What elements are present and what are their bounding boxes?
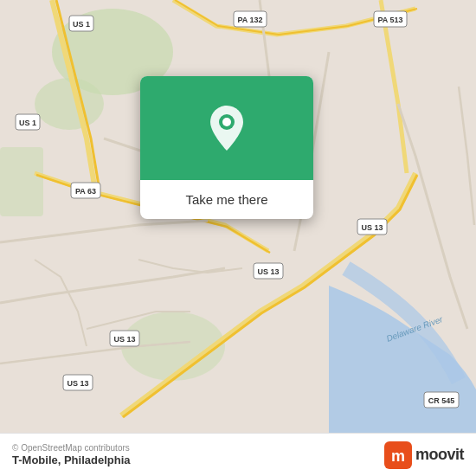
location-pin-icon: [206, 104, 248, 152]
svg-point-2: [35, 78, 104, 130]
svg-text:CR 545: CR 545: [428, 396, 455, 405]
svg-text:PA 513: PA 513: [377, 16, 402, 24]
svg-text:US 13: US 13: [113, 335, 135, 344]
footer-left: © OpenStreetMap contributors T-Mobile, P…: [12, 443, 131, 466]
location-name: T-Mobile, Philadelphia: [12, 453, 131, 466]
map-container: US 1 PA 132 PA 513 US 1 PA 63 US 13 US 1…: [0, 0, 476, 433]
popup-bottom: Take me there: [140, 180, 313, 219]
svg-text:US 1: US 1: [73, 20, 90, 29]
svg-text:US 13: US 13: [257, 267, 279, 276]
osm-credit: © OpenStreetMap contributors: [12, 443, 131, 453]
footer: © OpenStreetMap contributors T-Mobile, P…: [0, 433, 476, 476]
popup-top: [140, 76, 313, 180]
svg-text:US 1: US 1: [19, 119, 36, 127]
take-me-there-button[interactable]: Take me there: [182, 190, 271, 209]
moovit-logo[interactable]: m moovit: [384, 441, 464, 469]
popup-card: Take me there: [140, 76, 313, 219]
moovit-brand-text: moovit: [415, 446, 464, 464]
svg-text:PA 132: PA 132: [237, 16, 262, 24]
svg-text:m: m: [391, 447, 405, 465]
svg-rect-4: [0, 147, 43, 216]
svg-text:US 13: US 13: [67, 379, 88, 388]
svg-point-27: [222, 118, 231, 126]
moovit-icon: m: [384, 441, 412, 469]
svg-text:PA 63: PA 63: [75, 187, 96, 196]
svg-text:US 13: US 13: [361, 223, 383, 232]
